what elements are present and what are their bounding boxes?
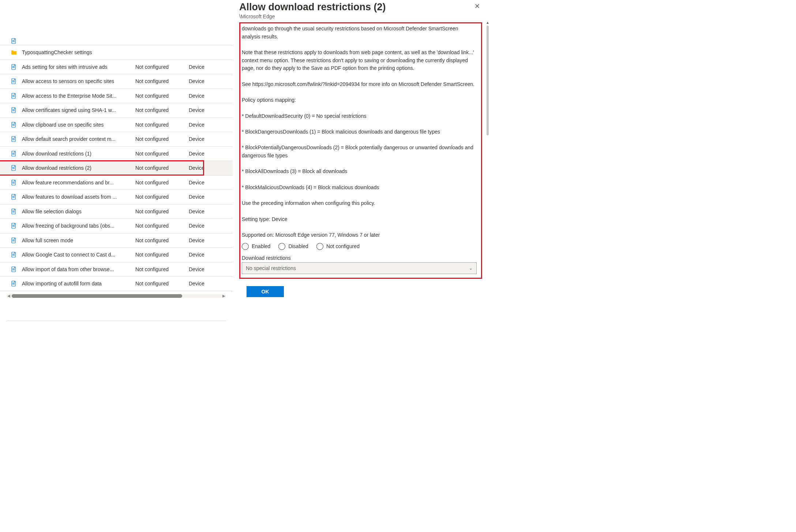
radio-enabled[interactable]: Enabled xyxy=(242,243,270,250)
setting-scope-cell: Device xyxy=(189,237,218,243)
setting-name-cell: Allow access to sensors on specific site… xyxy=(22,78,135,84)
setting-name-cell: Allow clipboard use on specific sites xyxy=(22,122,135,128)
scroll-right-arrow-icon[interactable]: ▶ xyxy=(222,294,225,298)
table-row[interactable]: Ads setting for sites with intrusive ads… xyxy=(0,60,233,75)
setting-scope-cell: Device xyxy=(189,223,218,229)
table-row[interactable]: TyposquattingChecker settings xyxy=(0,45,233,60)
setting-icon xyxy=(11,151,17,157)
table-row[interactable]: Allow full screen modeNot configuredDevi… xyxy=(0,233,233,248)
radio-icon xyxy=(242,243,249,250)
setting-name-cell: Allow Google Cast to connect to Cast d..… xyxy=(22,252,135,258)
dropdown-label: Download restrictions xyxy=(242,255,477,261)
table-row[interactable]: Allow feature recommendations and br...N… xyxy=(0,176,233,190)
setting-icon xyxy=(11,281,17,286)
setting-name-cell: Allow download restrictions (2) xyxy=(22,165,135,171)
settings-list-pane: TyposquattingChecker settingsAds setting… xyxy=(0,0,233,323)
setting-icon xyxy=(11,223,17,229)
radio-disabled[interactable]: Disabled xyxy=(278,243,308,250)
setting-name-cell: Allow importing of autofill form data xyxy=(22,281,135,286)
setting-state-cell: Not configured xyxy=(135,266,189,272)
setting-scope-cell: Device xyxy=(189,180,218,186)
close-icon[interactable]: ✕ xyxy=(472,1,482,11)
setting-scope-cell: Device xyxy=(189,64,218,70)
setting-name-cell: Ads setting for sites with intrusive ads xyxy=(22,64,135,70)
setting-icon xyxy=(11,194,17,200)
panel-footer: OK xyxy=(239,286,482,297)
setting-state-cell: Not configured xyxy=(135,78,189,84)
horizontal-scrollbar[interactable]: ◀ ▶ xyxy=(7,294,226,298)
setting-icon xyxy=(11,266,17,272)
ok-button[interactable]: OK xyxy=(247,286,284,297)
setting-scope-cell: Device xyxy=(189,194,218,200)
setting-scope-cell: Device xyxy=(189,209,218,214)
panel-title: Allow download restrictions (2) xyxy=(239,1,472,13)
table-row[interactable]: Allow clipboard use on specific sitesNot… xyxy=(0,118,233,132)
table-row[interactable]: Allow features to download assets from .… xyxy=(0,190,233,205)
setting-state-cell: Not configured xyxy=(135,64,189,70)
setting-state-cell: Not configured xyxy=(135,194,189,200)
download-restrictions-select[interactable]: No special restrictions ⌄ xyxy=(242,262,477,274)
setting-state-cell: Not configured xyxy=(135,165,189,171)
setting-icon xyxy=(11,122,17,128)
setting-scope-cell: Device xyxy=(189,136,218,142)
setting-scope-cell: Device xyxy=(189,252,218,258)
table-row[interactable] xyxy=(0,37,233,45)
setting-icon xyxy=(11,64,17,70)
table-row[interactable]: Allow download restrictions (1)Not confi… xyxy=(0,147,233,161)
table-row[interactable]: Allow access to the Enterprise Mode Sit.… xyxy=(0,89,233,104)
setting-scope-cell: Device xyxy=(189,165,218,171)
setting-icon xyxy=(11,180,17,186)
setting-state-cell: Not configured xyxy=(135,209,189,214)
setting-icon xyxy=(11,107,17,113)
setting-state-cell: Not configured xyxy=(135,252,189,258)
setting-name-cell: Allow file selection dialogs xyxy=(22,209,135,214)
table-row[interactable]: Allow default search provider context m.… xyxy=(0,132,233,147)
setting-state-cell: Not configured xyxy=(135,281,189,286)
radio-not-configured[interactable]: Not configured xyxy=(316,243,360,250)
radio-label: Disabled xyxy=(288,243,308,249)
setting-scope-cell: Device xyxy=(189,93,218,99)
table-row[interactable]: Allow Google Cast to connect to Cast d..… xyxy=(0,248,233,262)
setting-name-cell: Allow default search provider context m.… xyxy=(22,136,135,142)
setting-name-cell: Allow full screen mode xyxy=(22,237,135,243)
setting-scope-cell: Device xyxy=(189,122,218,128)
radio-icon xyxy=(278,243,285,250)
setting-name-cell: Allow import of data from other browse..… xyxy=(22,266,135,272)
setting-name-cell: Allow download restrictions (1) xyxy=(22,151,135,157)
horizontal-scrollbar-thumb[interactable] xyxy=(12,294,182,298)
setting-name-cell: Allow feature recommendations and br... xyxy=(22,180,135,186)
table-row[interactable]: Allow file selection dialogsNot configur… xyxy=(0,205,233,219)
vertical-scrollbar[interactable] xyxy=(486,26,489,164)
app-root: TyposquattingChecker settingsAds setting… xyxy=(0,0,489,323)
table-row[interactable]: Allow importing of autofill form dataNot… xyxy=(0,277,233,291)
setting-name-cell: Allow freezing of background tabs (obs..… xyxy=(22,223,135,229)
setting-icon xyxy=(11,38,17,44)
table-row[interactable]: Allow download restrictions (2)Not confi… xyxy=(0,161,233,176)
scroll-up-arrow-icon[interactable]: ▲ xyxy=(486,20,489,25)
setting-state-cell: Not configured xyxy=(135,237,189,243)
setting-state-cell: Not configured xyxy=(135,122,189,128)
setting-icon xyxy=(11,78,17,84)
table-row[interactable]: Allow access to sensors on specific site… xyxy=(0,74,233,89)
setting-scope-cell: Device xyxy=(189,266,218,272)
setting-state-cell: Not configured xyxy=(135,136,189,142)
setting-state-cell: Not configured xyxy=(135,223,189,229)
table-row[interactable]: Allow certificates signed using SHA-1 w.… xyxy=(0,103,233,118)
scroll-left-arrow-icon[interactable]: ◀ xyxy=(7,294,10,298)
setting-state-cell: Not configured xyxy=(135,180,189,186)
panel-breadcrumb: \Microsoft Edge xyxy=(239,14,472,19)
setting-icon xyxy=(11,209,17,214)
table-row[interactable]: Allow import of data from other browse..… xyxy=(0,262,233,277)
chevron-down-icon: ⌄ xyxy=(469,266,473,271)
vertical-scrollbar-thumb[interactable] xyxy=(487,26,489,135)
setting-icon xyxy=(11,165,17,171)
setting-name-cell: Allow access to the Enterprise Mode Sit.… xyxy=(22,93,135,99)
policy-description: downloads go through the usual security … xyxy=(242,25,477,239)
table-row[interactable]: Allow freezing of background tabs (obs..… xyxy=(0,219,233,233)
select-value: No special restrictions xyxy=(246,265,296,271)
setting-name-cell: Allow features to download assets from .… xyxy=(22,194,135,200)
radio-icon xyxy=(316,243,323,250)
setting-scope-cell: Device xyxy=(189,151,218,157)
detail-body-highlight-annotation: downloads go through the usual security … xyxy=(239,22,482,279)
setting-icon xyxy=(11,252,17,258)
